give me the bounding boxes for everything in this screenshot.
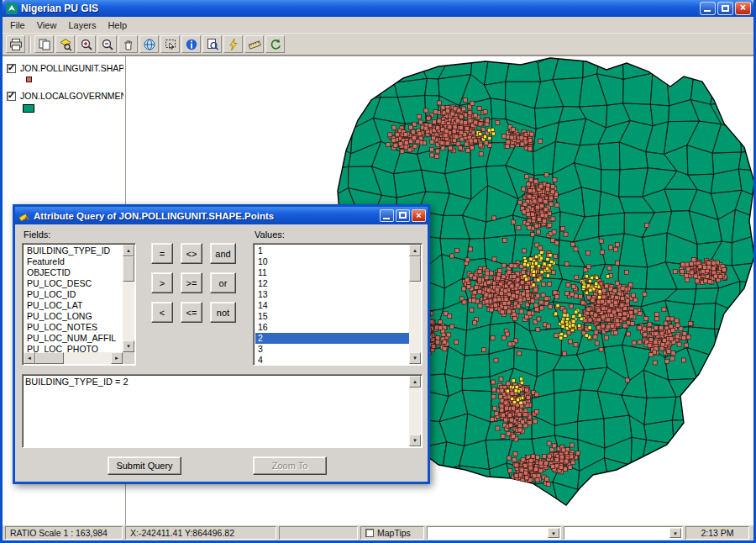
scroll-right-icon[interactable]: ► [111, 352, 123, 364]
fields-label: Fields: [24, 229, 50, 240]
zoom-to-button[interactable]: Zoom To [253, 456, 327, 475]
dialog-close-button[interactable]: × [412, 209, 426, 222]
operator-button[interactable]: = [151, 243, 173, 264]
operator-button[interactable]: and [210, 243, 236, 264]
fields-hscrollbar[interactable]: ◄ ► [24, 352, 123, 364]
value-item[interactable]: 13 [255, 289, 409, 300]
value-item[interactable]: 16 [255, 322, 409, 333]
scroll-up-icon[interactable]: ▲ [409, 245, 421, 256]
value-item[interactable]: 14 [255, 300, 409, 311]
close-button[interactable]: × [735, 2, 751, 15]
operator-button[interactable]: not [210, 302, 236, 323]
menu-view[interactable]: View [31, 18, 63, 32]
menu-help[interactable]: Help [102, 18, 133, 32]
find-icon [206, 38, 219, 51]
layer-label-pollingunit[interactable]: JON.POLLINGUNIT.SHAPE [20, 63, 123, 73]
refresh-button[interactable] [265, 35, 285, 53]
menu-file[interactable]: File [4, 18, 31, 32]
scroll-down-icon[interactable]: ▼ [409, 435, 421, 446]
field-item[interactable]: PU_LOC_PHOTO [24, 344, 123, 352]
layer-checkbox-localgovernment[interactable] [7, 92, 16, 101]
value-item[interactable]: 10 [255, 256, 409, 267]
field-item[interactable]: OBJECTID [24, 267, 123, 278]
operator-button[interactable]: <> [181, 243, 202, 264]
operator-button[interactable]: < [151, 302, 173, 323]
titlebar[interactable]: Nigerian PU GIS × [3, 0, 753, 17]
scroll-up-icon[interactable]: ▲ [123, 245, 134, 256]
field-item[interactable]: FeatureId [24, 256, 123, 267]
fields-list-items: BUILDING_TYPE_IDFeatureIdOBJECTIDPU_LOC_… [24, 245, 123, 352]
value-item[interactable]: 12 [255, 278, 409, 289]
field-item[interactable]: PU_LOC_DESC [24, 278, 123, 289]
submit-query-button[interactable]: Submit Query [108, 456, 181, 475]
view-extent-button[interactable] [139, 35, 159, 53]
maptips-label: MapTips [377, 528, 411, 538]
print-button[interactable] [6, 35, 25, 53]
scroll-thumb[interactable] [35, 352, 64, 364]
maptips-checkbox[interactable] [365, 529, 374, 537]
minimize-button[interactable] [700, 2, 716, 15]
dialog-titlebar[interactable]: Attribute Query of JON.POLLINGUNIT.SHAPE… [15, 207, 428, 224]
layer-label-localgovernment[interactable]: JON.LOCALGOVERNMENT [20, 91, 123, 101]
values-vscrollbar[interactable]: ▲ ▼ [409, 245, 421, 364]
hyperlink-button[interactable] [223, 35, 243, 53]
scroll-down-icon[interactable]: ▼ [123, 340, 134, 352]
field-item[interactable]: PU_LOC_ID [24, 289, 123, 300]
query-expression-box[interactable]: BUILDING_TYPE_ID = 2 ▲ ▼ [22, 374, 423, 448]
operator-button[interactable]: or [210, 272, 236, 293]
measure-button[interactable] [244, 35, 264, 53]
toolbar [3, 34, 753, 55]
zoom-to-layer-button[interactable] [55, 35, 75, 53]
field-item[interactable]: PU_LOC_LAT [24, 300, 123, 311]
field-item[interactable]: BUILDING_TYPE_ID [24, 245, 123, 256]
identify-button[interactable] [181, 35, 201, 53]
zoom-to-layer-icon [59, 38, 72, 51]
scroll-thumb[interactable] [123, 256, 134, 282]
scroll-up-icon[interactable]: ▲ [409, 376, 421, 387]
values-list[interactable]: 1101112131415162345 ▲ ▼ [253, 243, 423, 366]
operator-button[interactable]: <= [181, 302, 202, 323]
scrollbar-corner [123, 352, 134, 364]
pan-hand-icon [122, 38, 135, 51]
query-vscrollbar[interactable]: ▲ ▼ [409, 376, 421, 446]
value-item[interactable]: 4 [255, 355, 409, 363]
query-expression-text[interactable]: BUILDING_TYPE_ID = 2 [25, 377, 408, 445]
scroll-left-icon[interactable]: ◄ [24, 352, 35, 364]
chevron-down-icon[interactable]: ▼ [548, 528, 559, 538]
export-map-button[interactable] [34, 35, 54, 53]
operator-button[interactable]: >= [181, 272, 202, 293]
status-dropdown-1[interactable]: ▼ [427, 526, 561, 540]
attribute-query-dialog: Attribute Query of JON.POLLINGUNIT.SHAPE… [13, 204, 430, 484]
value-item[interactable]: 2 [255, 333, 409, 344]
value-item[interactable]: 3 [255, 344, 409, 355]
scroll-thumb[interactable] [409, 256, 421, 282]
fields-list[interactable]: BUILDING_TYPE_IDFeatureIdOBJECTIDPU_LOC_… [22, 243, 136, 366]
globe-icon [143, 38, 156, 51]
value-item[interactable]: 15 [255, 311, 409, 322]
info-icon [185, 38, 198, 51]
select-features-button[interactable] [160, 35, 180, 53]
menu-layers[interactable]: Layers [62, 18, 102, 32]
scroll-down-icon[interactable]: ▼ [409, 352, 421, 364]
operator-button[interactable]: > [151, 272, 173, 293]
dialog-minimize-button[interactable] [380, 209, 394, 222]
statusbar: RATIO Scale 1 : 163,984 X:-242411.41 Y:8… [3, 525, 753, 540]
field-item[interactable]: PU_LOC_LONG [24, 311, 123, 322]
field-item[interactable]: PU_LOC_NOTES [24, 322, 123, 333]
status-dropdown-2[interactable]: ▼ [564, 526, 683, 540]
value-item[interactable]: 1 [255, 245, 409, 256]
pan-button[interactable] [118, 35, 138, 53]
field-item[interactable]: PU_LOC_NUM_AFFIL [24, 333, 123, 344]
zoom-in-button[interactable] [76, 35, 96, 53]
value-item[interactable]: 11 [255, 267, 409, 278]
fields-vscrollbar[interactable]: ▲ ▼ [123, 245, 134, 352]
export-map-icon [38, 38, 51, 51]
layer-checkbox-pollingunit[interactable] [7, 64, 16, 73]
window-title: Nigerian PU GIS [21, 3, 700, 14]
chevron-down-icon[interactable]: ▼ [669, 528, 681, 538]
find-button[interactable] [202, 35, 222, 53]
dialog-maximize-button[interactable] [396, 209, 410, 222]
zoom-out-button[interactable] [97, 35, 117, 53]
maximize-button[interactable] [717, 2, 733, 15]
zoom-in-icon [80, 38, 93, 51]
